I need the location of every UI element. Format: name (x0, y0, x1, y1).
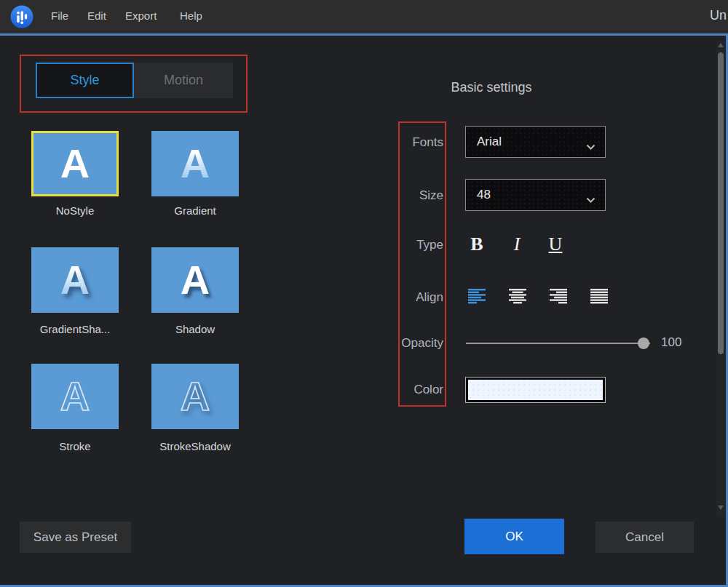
text-style-dialog: Style Motion A NoStyle A Gradient A Grad… (0, 33, 728, 587)
font-dropdown-value: Arial (477, 135, 502, 149)
save-as-preset-button[interactable]: Save as Preset (20, 522, 131, 553)
ok-button[interactable]: OK (464, 519, 564, 554)
opacity-slider-track[interactable] (466, 343, 650, 344)
annotation-box-labels (398, 121, 446, 407)
preset-nostyle[interactable]: A (31, 131, 119, 196)
chevron-down-icon (586, 193, 596, 207)
tab-style[interactable]: Style (36, 63, 134, 98)
preset-letter: A (181, 376, 210, 417)
scrollbar-thumb[interactable] (718, 52, 724, 354)
fonts-label: Fonts (393, 135, 443, 150)
scroll-up-arrow-icon[interactable] (718, 43, 724, 47)
app-logo-icon[interactable] (10, 5, 33, 28)
scroll-down-arrow-icon[interactable] (718, 506, 724, 510)
menu-help[interactable]: Help (180, 9, 202, 22)
color-swatch[interactable] (465, 377, 606, 403)
color-label: Color (393, 383, 443, 397)
tab-motion[interactable]: Motion (134, 63, 233, 98)
menu-bar: File Edit Export Help Un (0, 0, 728, 33)
preset-letter: A (60, 260, 90, 300)
preset-gradientshadow[interactable]: A (31, 247, 119, 313)
bold-button[interactable]: B (466, 233, 488, 255)
preset-letter: A (181, 260, 210, 300)
menu-file[interactable]: File (51, 9, 68, 22)
underline-button[interactable]: U (545, 233, 566, 255)
preset-letter: A (60, 376, 90, 417)
align-left-icon[interactable] (468, 289, 486, 304)
preset-shadow-label: Shadow (141, 323, 250, 335)
scrollbar[interactable] (716, 40, 725, 516)
chevron-down-icon (586, 140, 596, 154)
type-label: Type (393, 238, 443, 252)
preset-nostyle-label: NoStyle (20, 204, 130, 217)
size-dropdown-value: 48 (477, 188, 491, 202)
opacity-slider-thumb[interactable] (638, 338, 649, 349)
size-label: Size (393, 188, 443, 203)
italic-button[interactable]: I (506, 233, 528, 255)
preset-gradient-label: Gradient (141, 204, 250, 217)
align-center-icon[interactable] (509, 289, 526, 304)
align-justify-icon[interactable] (590, 289, 608, 304)
align-label: Align (393, 290, 443, 305)
opacity-label: Opacity (393, 336, 443, 351)
preset-letter: A (181, 143, 210, 184)
align-right-icon[interactable] (550, 289, 567, 304)
opacity-value: 100 (661, 335, 681, 350)
preset-strokeshadow-label: StrokeShadow (141, 440, 250, 452)
preset-stroke[interactable]: A (31, 364, 119, 429)
preset-letter: A (60, 143, 90, 184)
size-dropdown[interactable]: 48 (465, 179, 606, 211)
preset-strokeshadow[interactable]: A (151, 364, 239, 429)
preset-shadow[interactable]: A (151, 247, 239, 313)
preset-stroke-label: Stroke (20, 440, 130, 452)
menu-edit[interactable]: Edit (87, 9, 106, 22)
basic-settings-title: Basic settings (397, 80, 586, 95)
menu-export[interactable]: Export (125, 9, 157, 22)
preset-gradient[interactable]: A (151, 131, 239, 196)
font-dropdown[interactable]: Arial (465, 126, 606, 158)
window-title: Un (710, 8, 727, 23)
preset-gradientshadow-label: GradientSha... (20, 323, 130, 335)
cancel-button[interactable]: Cancel (596, 522, 694, 553)
